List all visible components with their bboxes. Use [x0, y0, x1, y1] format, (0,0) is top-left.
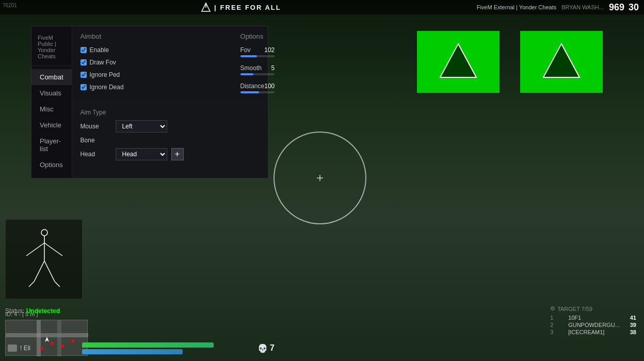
billboard-left — [417, 31, 500, 93]
score-row-3: 3 [ICECREAM1] 38 — [550, 329, 636, 335]
checkbox-drawfov[interactable]: Draw Fov — [81, 59, 153, 66]
gear-icon: ⚙ — [550, 305, 555, 312]
score-row-2: 2 GUNPOWDERGU... 39 — [550, 322, 636, 328]
rank-2: 2 — [550, 322, 558, 328]
ignoreped-label: Ignore Ped — [90, 71, 120, 78]
svg-line-7 — [44, 243, 62, 256]
distance-fill — [240, 91, 260, 93]
chat-icon — [8, 344, 17, 352]
bone-row: Bone — [81, 137, 275, 144]
ignoredead-label: Ignore Dead — [90, 84, 124, 91]
enable-checkbox[interactable] — [81, 47, 87, 53]
armor-bar — [82, 349, 183, 354]
fov-value: 102 — [264, 46, 275, 54]
player-skeleton — [6, 220, 83, 300]
checkbox-ignoreped[interactable]: Ignore Ped — [81, 71, 153, 78]
add-button[interactable]: + — [171, 148, 184, 160]
kill-display: 💀 7 — [257, 343, 275, 353]
crosshair-circle: + — [273, 132, 366, 224]
svg-line-10 — [29, 282, 34, 287]
target-header-label: TARGET 7/59 — [557, 306, 592, 312]
rank-1: 1 — [550, 315, 558, 321]
svg-point-4 — [41, 229, 47, 236]
server-info: FiveM External | Yonder Cheats — [477, 4, 557, 10]
svg-line-6 — [26, 243, 44, 256]
mouse-key-label: Mouse — [81, 123, 111, 130]
checkbox-enable[interactable]: Enable — [81, 46, 153, 54]
fov-label: Fov — [240, 46, 251, 54]
apex-logo-icon — [201, 2, 211, 12]
head-row: Head Head Neck Body + — [81, 148, 275, 160]
options-title: Options — [240, 32, 275, 40]
smooth-slider-row: Smooth 5 — [240, 64, 275, 75]
aimbot-title: Aimbot — [81, 32, 153, 40]
app-title: FiveM Public | Yonder Cheats — [31, 31, 72, 66]
player-tracker-box — [5, 219, 83, 299]
rank-3: 3 — [550, 329, 558, 335]
menu-panel: FiveM Public | Yonder Cheats Combat Visu… — [31, 26, 268, 178]
fov-slider-row: Fov 102 — [240, 46, 275, 57]
distance-label: Distance — [240, 83, 265, 90]
mouse-row: Mouse Left Right — [81, 120, 275, 133]
kills-value: 7 — [270, 343, 275, 353]
aim-type-section: Aim Type Mouse Left Right Bone Head Head… — [81, 109, 275, 160]
svg-marker-1 — [543, 44, 579, 77]
top-bar-right: FiveM External | Yonder Cheats BRYAN WAS… — [477, 2, 639, 13]
svg-line-11 — [55, 282, 60, 287]
target-display: ⚙ TARGET 7/59 1 10F1 41 2 GUNPOWDERGU...… — [550, 305, 636, 335]
score-row-1: 1 10F1 41 — [550, 315, 636, 321]
ignoredead-checkbox[interactable] — [81, 84, 87, 90]
enable-label: Enable — [90, 46, 109, 54]
match-info: BRYAN WASH... — [561, 4, 604, 10]
svg-marker-0 — [440, 44, 476, 77]
billboard-right — [520, 31, 603, 93]
health-bars — [82, 342, 237, 354]
name-2: GUNPOWDERGU... — [568, 322, 620, 328]
score-1: 41 — [630, 315, 636, 321]
health-bar — [82, 342, 214, 348]
name-3: [ICECREAM1] — [568, 329, 620, 335]
fov-track[interactable] — [240, 55, 275, 57]
sidebar-item-combat[interactable]: Combat — [31, 69, 72, 85]
aim-type-label: Aim Type — [81, 109, 275, 116]
sidebar-item-vehicle[interactable]: Vehicle — [31, 117, 72, 133]
fov-fill — [240, 55, 257, 57]
sidebar-item-misc[interactable]: Misc — [31, 101, 72, 117]
drawfov-label: Draw Fov — [90, 59, 116, 66]
skull-icon: 💀 — [257, 343, 268, 353]
distance-value: 100 — [264, 83, 275, 90]
sidebar-item-playerlist[interactable]: Player-list — [31, 133, 72, 157]
crosshair-plus-icon: + — [316, 171, 324, 185]
aimbot-section: Aimbot Enable Draw Fov Ignore Ped Ignore… — [81, 32, 153, 101]
bottom-hud: ! Eli 💀 7 — [0, 335, 644, 361]
sidebar-item-visuals[interactable]: Visuals — [31, 85, 72, 101]
kill-counter: 969 30 — [609, 2, 639, 13]
head-dropdown[interactable]: Head Neck Body — [116, 148, 167, 160]
options-section: Options Fov 102 Smooth 5 — [240, 32, 275, 101]
bone-label: Bone — [81, 137, 95, 144]
distance-track[interactable] — [240, 91, 275, 93]
add-icon: + — [175, 150, 180, 159]
mouse-dropdown[interactable]: Left Right — [116, 120, 167, 133]
target-header: ⚙ TARGET 7/59 — [550, 305, 636, 312]
name-1: 10F1 — [568, 315, 620, 321]
chat-indicator: ! Eli — [8, 344, 30, 352]
top-bar-center: | FREE FOR ALL — [201, 2, 281, 12]
svg-line-8 — [34, 261, 44, 282]
score-2: 39 — [630, 322, 636, 328]
ignoreped-checkbox[interactable] — [81, 72, 87, 78]
main-content: Aimbot Enable Draw Fov Ignore Ped Ignore… — [72, 26, 283, 178]
kills-count: 969 — [609, 2, 624, 13]
distance-slider-row: Distance 100 — [240, 83, 275, 93]
smooth-label: Smooth — [240, 64, 262, 72]
smooth-track[interactable] — [240, 73, 275, 75]
sidebar: FiveM Public | Yonder Cheats Combat Visu… — [31, 26, 72, 178]
sidebar-item-options[interactable]: Options — [31, 157, 72, 173]
drawfov-checkbox[interactable] — [81, 59, 87, 65]
checkbox-ignoredead[interactable]: Ignore Dead — [81, 84, 153, 91]
head-key-label: Head — [81, 151, 111, 158]
deaths-count: 30 — [629, 2, 639, 13]
id-display: ID: 4 - [ 5 m ] — [5, 311, 38, 317]
game-mode-separator: | — [214, 4, 217, 11]
svg-line-9 — [44, 261, 55, 282]
